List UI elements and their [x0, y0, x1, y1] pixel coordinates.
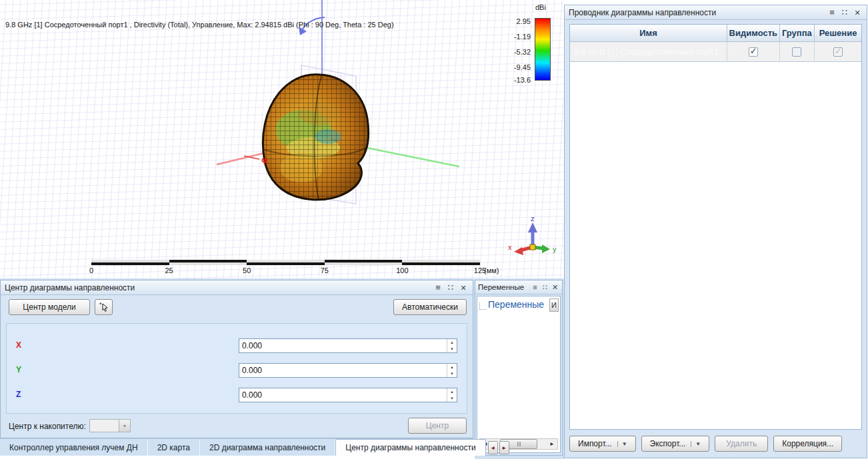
x-spin-up-icon[interactable]: ▲ [447, 339, 457, 346]
pattern-row[interactable]: 9.8 GHz [1] Сосредоточенный порт1 [570, 42, 861, 62]
tab-scroll-right-icon[interactable]: ► [499, 441, 509, 454]
solution-checkbox [833, 47, 843, 57]
x-label: X [16, 340, 21, 350]
colorbar-tick: -5.32 [500, 48, 531, 56]
panel-close-icon[interactable]: ✕ [852, 7, 863, 18]
radiation-pattern-scene[interactable]: φ z y x [0, 0, 563, 278]
column-header-name[interactable]: Имя [570, 25, 727, 42]
combo-arrow-icon[interactable]: ▼ [119, 420, 130, 432]
phi-marker: φ [244, 155, 267, 165]
tab-2d-pattern[interactable]: 2D диаграмма направленности [200, 440, 335, 456]
export-button[interactable]: Экспорт...▼ [641, 436, 710, 452]
colorbar-unit-label: dBi [535, 3, 546, 11]
panel-title: Центр диаграммы направленности [5, 283, 431, 292]
colorbar [535, 18, 551, 81]
pattern-name[interactable]: 9.8 GHz [1] Сосредоточенный порт1 [570, 42, 727, 62]
svg-text:x: x [508, 243, 512, 251]
tab-2d-map[interactable]: 2D карта [148, 440, 200, 456]
scale-ruler [91, 260, 480, 265]
colorbar-ticks: 2.95 -1.19 -5.32 -9.45 -13.6 [499, 0, 531, 93]
variables-titlebar: Переменные ≡ ∷ ✕ [475, 280, 562, 294]
automatic-button[interactable]: Автоматически [393, 299, 467, 315]
z-field[interactable]: ▲▼ [239, 388, 457, 402]
tree-elbow-icon [479, 302, 486, 310]
y-field[interactable]: ▲▼ [239, 363, 457, 378]
y-input[interactable] [239, 364, 447, 377]
import-dropdown-icon[interactable]: ▼ [617, 441, 627, 447]
delete-button[interactable]: Удалить [715, 436, 768, 452]
storage-center-label: Центр к накопителю: [9, 422, 86, 431]
z-spin-up-icon[interactable]: ▲ [447, 388, 457, 395]
pick-point-button[interactable]: * [95, 299, 113, 315]
bottom-tabbar: Контроллер управления лучем ДН 2D карта … [0, 438, 473, 456]
panel-menu-icon[interactable]: ≡ [827, 7, 837, 18]
plot-title: 9.8 GHz [1] Сосредоточенный порт1 , Dire… [5, 21, 394, 29]
colorbar-tick: 2.95 [500, 17, 531, 25]
panel-title: Переменные [478, 283, 529, 291]
variables-tree: Переменные И ◄ ► [477, 296, 561, 453]
tab-scroll-left-icon[interactable]: ◄ [488, 441, 498, 454]
column-header-group[interactable]: Группа [780, 25, 815, 42]
z-spin-down-icon[interactable]: ▼ [447, 395, 457, 402]
variables-tree-item[interactable]: Переменные [479, 299, 544, 310]
svg-text:φ: φ [261, 155, 267, 165]
panel-dock-icon[interactable]: ∷ [445, 282, 456, 293]
pattern-explorer-titlebar: Проводник диаграммы направленности ≡ ∷ ✕ [565, 5, 867, 20]
y-axis-line [357, 146, 459, 167]
panel-close-icon[interactable]: ✕ [551, 282, 559, 292]
panel-menu-icon[interactable]: ≡ [433, 282, 443, 293]
import-button[interactable]: Импорт...▼ [569, 436, 636, 452]
scale-ruler-labels: 0 25 50 75 100 125 (мм) [91, 266, 480, 276]
pattern-list-header: Имя Видимость Группа Решение [570, 25, 861, 42]
panel-dock-icon[interactable]: ∷ [541, 282, 549, 292]
colorbar-tick: -13.6 [500, 76, 531, 84]
coordinates-groupbox: X ▲▼ Y ▲▼ Z ▲▼ [6, 323, 467, 414]
panel-dock-icon[interactable]: ∷ [839, 7, 850, 18]
hscroll-right-icon[interactable]: ► [547, 439, 557, 449]
y-label: Y [16, 365, 21, 374]
pattern-center-titlebar: Центр диаграммы направленности ≡ ∷ ✕ [1, 280, 473, 295]
svg-text:*: * [99, 302, 102, 308]
column-header-solution[interactable]: Решение [815, 25, 861, 42]
pick-cursor-icon: * [99, 302, 109, 312]
x-field[interactable]: ▲▼ [239, 338, 457, 353]
x-input[interactable] [239, 339, 447, 352]
svg-text:y: y [553, 245, 557, 253]
panel-menu-icon[interactable]: ≡ [531, 282, 539, 292]
ruler-unit-label: (мм) [484, 266, 499, 274]
colorbar-tick: -1.19 [500, 33, 531, 41]
center-button[interactable]: Центр [408, 418, 467, 434]
pattern-list: Имя Видимость Группа Решение 9.8 GHz [1]… [569, 24, 862, 430]
tab-beam-controller[interactable]: Контроллер управления лучем ДН [0, 440, 148, 456]
panel-title: Проводник диаграммы направленности [569, 8, 825, 17]
visibility-checkbox[interactable] [749, 47, 758, 57]
variables-column-header[interactable]: И [549, 298, 559, 312]
coordinate-triad-icon: z y x [508, 215, 557, 255]
panel-close-icon[interactable]: ✕ [458, 282, 469, 293]
variables-panel: Переменные ≡ ∷ ✕ Переменные И ◄ ► [475, 280, 563, 456]
y-spin-up-icon[interactable]: ▲ [447, 364, 457, 370]
storage-combobox-value [90, 420, 119, 432]
model-center-button[interactable]: Центр модели [9, 299, 90, 315]
3d-viewport[interactable]: φ z y x 9.8 GHz [1] Сосредоточенный порт… [0, 0, 563, 278]
x-spin-down-icon[interactable]: ▼ [447, 346, 457, 352]
column-header-visibility[interactable]: Видимость [727, 25, 780, 42]
z-label: Z [16, 390, 21, 399]
below-tabbar-strip [0, 456, 475, 459]
pattern-center-panel: Центр диаграммы направленности ≡ ∷ ✕ Цен… [0, 280, 473, 438]
y-spin-down-icon[interactable]: ▼ [447, 370, 457, 377]
storage-combobox[interactable]: ▼ [89, 419, 131, 432]
correlation-button[interactable]: Корреляция... [773, 436, 842, 452]
svg-text:z: z [531, 215, 535, 223]
application-window: φ z y x 9.8 GHz [1] Сосредоточенный порт… [0, 0, 868, 459]
group-checkbox[interactable] [792, 47, 801, 57]
tab-scroll-buttons: ◄ ► [486, 441, 511, 456]
pattern-explorer-panel: Проводник диаграммы направленности ≡ ∷ ✕… [564, 5, 867, 458]
z-input[interactable] [239, 388, 447, 402]
export-dropdown-icon[interactable]: ▼ [691, 441, 701, 447]
tab-pattern-center[interactable]: Центр диаграммы направленности [335, 439, 485, 456]
colorbar-tick: -9.45 [500, 63, 531, 71]
explorer-buttons: Импорт...▼ Экспорт...▼ Удалить Корреляци… [569, 436, 842, 452]
